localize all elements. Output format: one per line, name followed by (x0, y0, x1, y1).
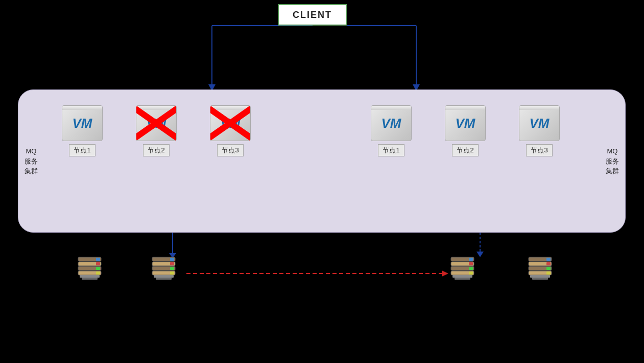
svg-rect-19 (96, 271, 100, 275)
svg-rect-21 (82, 278, 98, 280)
db-svg-4 (526, 255, 554, 288)
vm-text-left-3: VM (221, 116, 241, 131)
vm-label-right-2: 节点2 (452, 144, 478, 156)
svg-rect-50 (530, 275, 550, 278)
right-node-1: VM 节点1 (368, 105, 414, 156)
svg-rect-31 (156, 278, 172, 280)
left-node-2: VM 节点2 (128, 105, 184, 156)
db-icon-2 (150, 255, 178, 290)
db-svg-1 (76, 255, 104, 288)
vm-icon-left-2: VM (136, 105, 177, 141)
svg-rect-48 (546, 267, 551, 270)
svg-rect-51 (532, 278, 548, 280)
svg-rect-26 (170, 258, 174, 261)
svg-marker-11 (442, 270, 448, 277)
right-node-2: VM 节点2 (442, 105, 488, 156)
cluster-container: MQ 服务 集群 MQ 服务 集群 VM 节点1 VM (18, 89, 626, 233)
diagram: CLIENT MQ 服务 集群 MQ 服务 集群 VM 节点1 VM (0, 0, 644, 363)
svg-rect-29 (170, 271, 174, 275)
vm-text-left-1: VM (73, 116, 92, 131)
vm-icon-left-3: VM (210, 105, 251, 141)
right-node-3: VM 节点3 (516, 105, 562, 156)
vm-label-left-3: 节点3 (217, 144, 243, 156)
db-icon-1 (76, 255, 104, 290)
vm-icon-right-3: VM (519, 105, 560, 141)
vm-icon-left-1: VM (62, 105, 103, 141)
svg-rect-16 (96, 258, 100, 261)
left-node-3: VM 节点3 (202, 105, 258, 156)
svg-rect-40 (452, 275, 472, 278)
svg-rect-41 (455, 278, 470, 280)
svg-rect-47 (546, 262, 551, 265)
client-label: CLIENT (293, 10, 332, 20)
svg-rect-46 (546, 258, 551, 261)
svg-rect-28 (170, 267, 174, 270)
client-box: CLIENT (278, 4, 347, 26)
vm-icon-right-1: VM (371, 105, 412, 141)
vm-label-right-3: 节点3 (526, 144, 552, 156)
svg-rect-38 (469, 267, 473, 270)
vm-label-right-1: 节点1 (378, 144, 404, 156)
db-icon-4 (526, 255, 554, 290)
vm-text-right-1: VM (381, 116, 401, 131)
vm-label-left-1: 节点1 (69, 144, 95, 156)
db-svg-2 (150, 255, 178, 288)
db-icon-3 (448, 255, 476, 290)
vm-text-right-3: VM (530, 116, 550, 131)
svg-rect-30 (154, 275, 174, 278)
mq-label-left: MQ 服务 集群 (25, 146, 38, 176)
vm-label-left-2: 节点2 (143, 144, 169, 156)
mq-label-right: MQ 服务 集群 (606, 146, 619, 176)
vm-icon-right-2: VM (445, 105, 486, 141)
vm-text-left-2: VM (147, 116, 166, 131)
vm-text-right-2: VM (456, 116, 475, 131)
svg-marker-9 (476, 252, 484, 257)
db-svg-3 (448, 255, 476, 288)
svg-rect-20 (80, 275, 100, 278)
svg-rect-39 (469, 271, 473, 275)
svg-rect-36 (469, 258, 473, 261)
svg-rect-27 (170, 262, 174, 265)
svg-rect-37 (469, 262, 473, 265)
svg-rect-49 (546, 271, 551, 275)
left-node-1: VM 节点1 (59, 105, 105, 156)
svg-rect-17 (96, 262, 100, 265)
svg-rect-18 (96, 267, 100, 270)
